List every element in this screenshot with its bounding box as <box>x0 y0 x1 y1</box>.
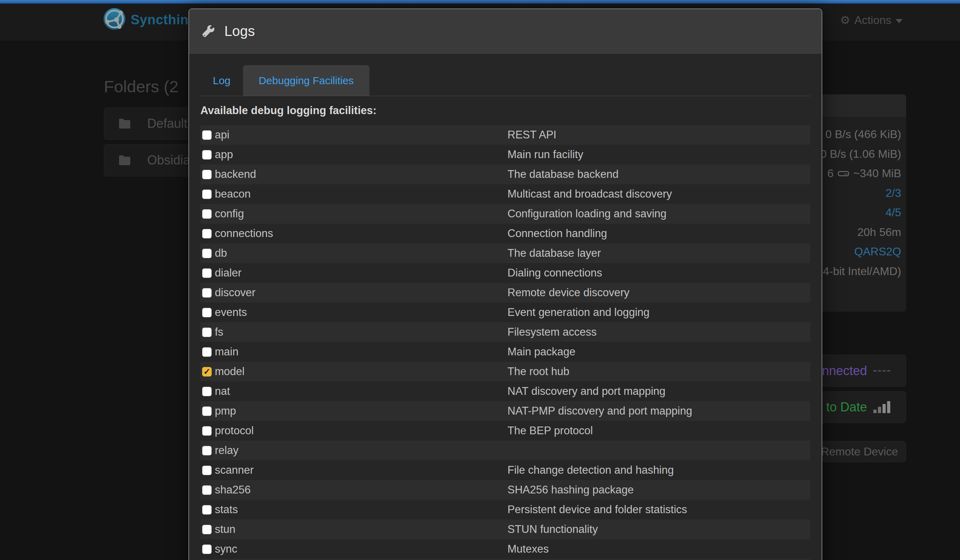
facility-name: pmp <box>215 405 236 418</box>
facility-checkbox[interactable] <box>202 406 212 416</box>
facility-description: Connection handling <box>507 227 607 240</box>
disconnected-status-text: onnected <box>815 363 867 378</box>
device-stat-value: 4-bit Intel/AMD) <box>823 265 901 278</box>
facility-row: scanner File change detection and hashin… <box>200 460 810 480</box>
facility-name: backend <box>215 168 256 181</box>
facility-table: api REST API app Main run facility backe… <box>200 125 810 560</box>
facility-checkbox[interactable] <box>202 130 212 140</box>
facility-name: nat <box>215 385 230 398</box>
facility-checkbox[interactable] <box>202 249 212 258</box>
facility-description: Persistent device and folder statistics <box>507 503 687 516</box>
facility-checkbox[interactable] <box>202 347 212 357</box>
facility-description: The database backend <box>507 168 618 181</box>
top-accent-bar <box>0 0 960 3</box>
actions-label: Actions <box>854 14 891 27</box>
facility-checkbox[interactable] <box>202 189 212 199</box>
brand-name: Syncthing <box>131 12 197 27</box>
facility-description: Dialing connections <box>507 267 602 279</box>
modal-title: Logs <box>224 23 255 39</box>
actions-menu-button[interactable]: ⚙ Actions <box>840 13 902 27</box>
device-stat-value: 0 B/s (1.06 MiB) <box>821 147 901 161</box>
wrench-icon <box>202 25 214 38</box>
facility-name: dialer <box>215 267 242 279</box>
facility-checkbox[interactable] <box>202 466 212 475</box>
facility-description: STUN functionality <box>507 523 598 536</box>
facility-checkbox[interactable] <box>202 525 212 534</box>
facility-row: sha256 SHA256 hashing package <box>200 480 810 500</box>
facility-name: main <box>215 346 238 358</box>
facility-row: dialer Dialing connections <box>200 263 810 283</box>
facility-checkbox[interactable] <box>202 544 212 554</box>
folder-icon <box>118 155 131 166</box>
facility-row: fs Filesystem access <box>200 322 810 342</box>
facility-row: app Main run facility <box>200 145 810 165</box>
facility-checkbox[interactable] <box>202 485 212 495</box>
facility-description: File change detection and hashing <box>507 464 674 477</box>
facility-row: ✓ model The root hub <box>200 362 810 381</box>
facility-description: Main run facility <box>507 148 583 161</box>
tab-debugging-facilities[interactable]: Debugging Facilities <box>243 65 370 96</box>
facility-row: discover Remote device discovery <box>200 283 810 302</box>
facility-description: NAT-PMP discovery and port mapping <box>507 405 692 418</box>
brand[interactable]: Syncthing <box>103 8 197 32</box>
device-stat-value: 0 B/s (466 KiB) <box>826 128 901 141</box>
facility-checkbox[interactable] <box>202 170 212 179</box>
no-signal-bars-icon <box>874 370 890 371</box>
facility-description: The root hub <box>507 365 570 378</box>
section-label: Available debug logging facilities: <box>200 102 810 119</box>
facility-checkbox[interactable] <box>202 209 212 219</box>
device-stat-value: ~340 MiB <box>853 167 901 180</box>
tab-log[interactable]: Log <box>200 65 243 96</box>
facility-name: api <box>215 128 229 141</box>
logs-modal: Logs Log Debugging Facilities Available … <box>189 8 822 560</box>
facility-name: model <box>215 365 245 378</box>
facility-description: Filesystem access <box>507 326 597 338</box>
facility-name: db <box>215 247 227 259</box>
device-stat-value: 4/5 <box>886 206 901 219</box>
facility-row: api REST API <box>200 125 810 145</box>
facility-checkbox[interactable] <box>202 308 212 317</box>
facility-checkbox[interactable] <box>202 328 212 337</box>
facility-description: Main package <box>507 346 576 358</box>
signal-bars-icon <box>874 401 890 413</box>
facility-name: stun <box>215 523 235 536</box>
facility-row: db The database layer <box>200 243 810 263</box>
facility-description: REST API <box>507 128 557 141</box>
facility-name: discover <box>215 286 255 299</box>
facility-checkbox[interactable] <box>202 288 212 298</box>
facility-checkbox[interactable] <box>202 150 212 160</box>
facility-row: beacon Multicast and broadcast discovery <box>200 184 810 204</box>
facility-checkbox[interactable] <box>202 229 212 238</box>
facility-description: Mutexes <box>507 543 549 555</box>
facility-checkbox[interactable] <box>202 268 212 278</box>
facility-name: connections <box>215 227 273 240</box>
facility-row: main Main package <box>200 342 810 362</box>
facility-name: stats <box>215 503 238 516</box>
logs-modal-header: Logs <box>189 9 822 54</box>
facility-checkbox[interactable] <box>202 387 212 396</box>
facility-name: sync <box>215 543 237 555</box>
facility-row: connections Connection handling <box>200 224 810 243</box>
syncthing-logo-icon <box>103 8 126 32</box>
facility-checkbox[interactable] <box>202 446 212 455</box>
device-stat-value: 2/3 <box>886 187 901 200</box>
facility-name: sha256 <box>215 483 251 496</box>
add-remote-device-label: d Remote Device <box>812 445 898 458</box>
facility-description: Event generation and logging <box>507 306 650 319</box>
folder-label: Obsidia <box>147 153 190 168</box>
facility-row: config Configuration loading and saving <box>200 204 810 224</box>
hard-disk-icon <box>838 170 849 178</box>
facility-name: events <box>215 306 247 319</box>
facility-name: protocol <box>215 424 254 437</box>
facility-description: SHA256 hashing package <box>507 483 634 496</box>
facility-checkbox[interactable] <box>202 426 212 436</box>
facility-description: Configuration loading and saving <box>507 208 667 220</box>
facility-row: relay <box>200 441 810 460</box>
facility-description: Multicast and broadcast discovery <box>507 188 672 200</box>
facility-name: config <box>215 208 244 220</box>
device-stat-value: 20h 56m <box>857 226 901 239</box>
facility-row: backend The database backend <box>200 165 810 184</box>
facility-checkbox[interactable]: ✓ <box>202 367 212 376</box>
facility-checkbox[interactable] <box>202 505 212 515</box>
facility-description: Remote device discovery <box>507 286 629 299</box>
